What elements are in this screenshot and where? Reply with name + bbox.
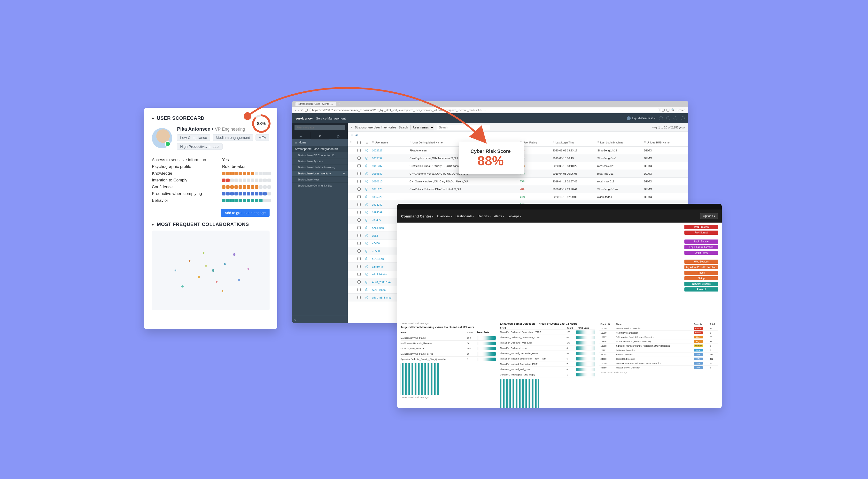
navigator-filter-input[interactable]	[294, 125, 345, 130]
event-row[interactable]: ThreatFor_Inbound_Connection_HTTP54	[500, 351, 595, 356]
quicklink-pill[interactable]: Web Sources	[684, 260, 718, 264]
info-icon[interactable]	[365, 211, 368, 214]
logged-user[interactable]: LiquidWare Test ▾	[627, 116, 656, 120]
row-checkbox[interactable]	[358, 234, 361, 237]
options-button[interactable]: Options ▾	[700, 213, 718, 219]
sidebar-item[interactable]: Stratosphere DB Connection C…	[292, 152, 348, 158]
row-checkbox[interactable]	[358, 164, 361, 167]
hamburger-icon[interactable]: ≡	[351, 126, 352, 129]
search-field-select[interactable]: User names	[410, 125, 434, 130]
nav-back-icon[interactable]: ‹	[295, 109, 296, 111]
row-checkbox[interactable]	[358, 149, 361, 152]
event-row[interactable]: MailScanner.Heuristic_Filename36	[401, 341, 496, 346]
user-name-cell[interactable]: 1041207	[370, 162, 408, 170]
user-name-cell[interactable]: 1885929	[370, 193, 408, 201]
column-header[interactable]: User name	[370, 139, 408, 147]
quicklink-pill[interactable]: Protocol	[684, 287, 718, 292]
info-icon[interactable]	[365, 288, 368, 291]
info-icon[interactable]	[365, 180, 368, 183]
row-checkbox[interactable]	[358, 218, 361, 221]
table-row[interactable]: 10000Nessus Service DetectionCritical34	[599, 327, 718, 331]
row-checkbox[interactable]	[358, 296, 361, 299]
user-name-cell[interactable]: 1891173	[370, 185, 408, 193]
info-icon[interactable]	[365, 234, 368, 237]
table-row[interactable]: 1060110CN=Owen Hardison,OU=Cary-US,OU=Us…	[348, 178, 688, 185]
table-row[interactable]: 24260OpenSSL DetectionInfo472	[599, 357, 718, 361]
info-icon[interactable]	[365, 196, 368, 198]
pager[interactable]: ⏮◀ 1 to 20 of 2,887 ▶⏭	[652, 126, 685, 129]
nav-collapse-icon[interactable]: ⊙	[292, 316, 348, 323]
add-to-group-button[interactable]: Add to group and engage	[221, 209, 270, 217]
column-header[interactable]	[348, 139, 354, 147]
event-row[interactable]: CensorKG_Intercepted_DNS_Reply1	[500, 372, 595, 377]
table-row[interactable]: 10300Network Time Protocol (NTP) Server …	[599, 361, 718, 366]
info-icon[interactable]	[365, 149, 368, 152]
nav-tab-history[interactable]	[329, 132, 348, 139]
info-icon[interactable]	[365, 157, 368, 160]
info-icon[interactable]	[365, 219, 368, 221]
row-checkbox[interactable]	[358, 157, 361, 160]
quicklink-pill[interactable]: Any Altern Possible Locations	[684, 265, 718, 269]
table-row[interactable]: 33850Nessus Server DetectionInfo5	[599, 366, 718, 370]
info-icon[interactable]	[365, 242, 368, 245]
quicklink-pill[interactable]: Setup	[684, 276, 718, 280]
quicklink-pill[interactable]: PAN Spread	[684, 231, 718, 235]
row-checkbox[interactable]	[358, 211, 361, 214]
table-row[interactable]: 13508X Display Manager Control Protocol …	[599, 344, 718, 348]
nav-group[interactable]: Stratosphere Base Integration Kit	[292, 146, 348, 152]
gear-icon[interactable]	[681, 116, 685, 120]
nav-home[interactable]: Home	[292, 139, 348, 146]
event-row[interactable]: Symantec.Endpoint_Security_Risk_Quaranti…	[401, 356, 496, 362]
info-icon[interactable]	[365, 250, 368, 252]
row-checkbox[interactable]	[358, 187, 361, 191]
table-row[interactable]: 11000VNC Service DetectionCritical9	[599, 331, 718, 335]
url-field[interactable]: https://ver025882.service-now.com/nav_to…	[310, 108, 660, 112]
event-row[interactable]: ThreatFor_Inbound_Connection_ICMP7	[500, 362, 595, 367]
user-name-cell[interactable]: 1019392	[370, 155, 408, 162]
info-icon[interactable]	[365, 265, 368, 268]
row-checkbox[interactable]	[358, 280, 361, 283]
row-checkbox[interactable]	[358, 257, 361, 260]
quicklink-pill[interactable]: Login Times	[684, 251, 718, 255]
event-row[interactable]: ThreatFor_Outbound_Web_Error178	[500, 340, 595, 345]
quicklink-pill[interactable]: Network Sources	[684, 282, 718, 286]
table-row[interactable]: 14305mDNS Detection (Remote Network)High…	[599, 339, 718, 344]
column-header[interactable]: Name	[615, 322, 693, 327]
event-row[interactable]: MailScanner.Virus_Found_In_File20	[401, 351, 496, 356]
row-checkbox[interactable]	[358, 288, 361, 291]
funnel-icon[interactable]: ▼	[351, 134, 353, 137]
extension-icon[interactable]	[662, 109, 664, 111]
column-header[interactable]	[354, 139, 363, 147]
help-icon[interactable]	[674, 116, 677, 120]
column-header[interactable]: Severity	[693, 322, 709, 327]
list-search-input[interactable]	[437, 125, 490, 130]
info-icon[interactable]	[365, 273, 368, 276]
event-row[interactable]: ThreatFor_Inbound_Web_Error6	[500, 367, 595, 372]
event-row[interactable]: ThreatFor_Outbound_Connection_HTTPS153	[500, 330, 595, 335]
quicklink-pill[interactable]: Login Source	[684, 240, 718, 244]
event-row[interactable]: ThreatFor_Outbound_Login8	[500, 345, 595, 351]
event-row[interactable]: ThreatFor_Outbound_Connection_HTTP67	[500, 335, 595, 340]
search-icon[interactable]	[659, 116, 663, 120]
chat-icon[interactable]	[666, 116, 670, 120]
table-row[interactable]: 188592938%2020-10-12 12:59:06algonJfh344…	[348, 193, 688, 201]
column-header[interactable]: Last Login Time	[551, 139, 595, 147]
sidebar-item[interactable]: Stratosphere Systems	[292, 158, 348, 164]
row-checkbox[interactable]	[358, 195, 361, 198]
row-checkbox[interactable]	[358, 203, 361, 206]
quicklink-pill[interactable]: Login Failure Location	[684, 245, 718, 249]
info-icon[interactable]	[365, 203, 368, 206]
user-name-cell[interactable]: 1002727	[370, 147, 408, 155]
column-header[interactable]: Total	[709, 322, 718, 327]
info-icon[interactable]	[365, 296, 368, 299]
column-header[interactable]: Plugin ID	[599, 322, 615, 327]
info-icon[interactable]	[365, 165, 368, 167]
nav-item[interactable]: Overview	[437, 214, 452, 218]
event-row[interactable]: MailScanner.Virus_Found100	[401, 335, 496, 341]
nav-item[interactable]: Alerts	[494, 214, 504, 218]
event-row[interactable]: ThreatFor_Inbound_SmashHome_Proxy_Traffi…	[500, 356, 595, 362]
info-icon[interactable]	[365, 172, 368, 175]
quicklink-pill[interactable]: PAN Creation	[684, 225, 718, 229]
user-name-cell[interactable]: 1060110	[370, 178, 408, 185]
browser-tab[interactable]: Stratosphere User Inventor…	[296, 102, 336, 106]
